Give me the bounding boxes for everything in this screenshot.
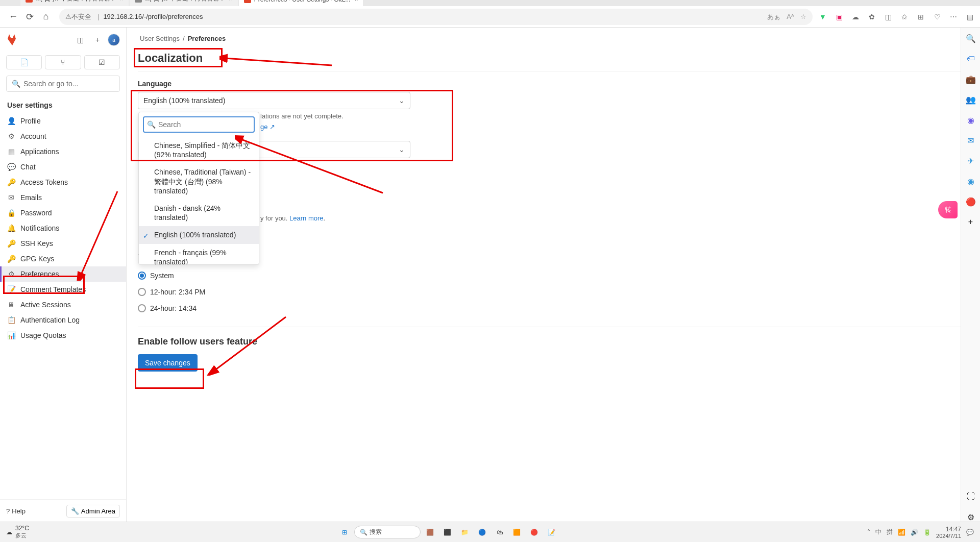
favorite-icon[interactable]: ☆ <box>800 13 806 20</box>
breadcrumb-separator: / <box>183 35 185 42</box>
add-icon[interactable]: + <box>90 33 105 47</box>
extension-icon[interactable]: ▣ <box>834 12 844 22</box>
heart-icon[interactable]: ♡ <box>932 12 942 22</box>
quota-icon: 📊 <box>7 331 15 339</box>
sidebar-item-account[interactable]: ⚙Account <box>0 129 126 144</box>
panel-icon[interactable]: ▤ <box>965 12 975 22</box>
sidebar-item-active-sessions[interactable]: 🖥Active Sessions <box>0 297 126 312</box>
address-bar[interactable]: ⚠ 不安全 | 192.168.2.16/-/profile/preferenc… <box>59 9 813 25</box>
learn-more-link[interactable]: Learn more <box>289 214 323 222</box>
cloud-icon[interactable]: ☁ <box>850 12 861 22</box>
sidebar-item-usage-quotas[interactable]: 📊Usage Quotas <box>0 328 126 343</box>
browser-tab[interactable]: w(ﾟДﾟ)w 不要走！再看看嘛！ × <box>130 0 238 6</box>
sidebar-item-ssh-keys[interactable]: 🔑SSH Keys <box>0 236 126 251</box>
email-icon: ✉ <box>7 193 15 202</box>
reader-icon[interactable]: あぁ <box>767 12 780 21</box>
key-icon: 🔑 <box>7 239 15 248</box>
home-button[interactable]: ⌂ <box>38 9 54 25</box>
divider <box>138 71 969 71</box>
language-dropdown-list[interactable]: Chinese, Simplified - 简体中文 (92% translat… <box>139 137 259 264</box>
sidebar-item-password[interactable]: 🔒Password <box>0 205 126 220</box>
send-icon[interactable]: ✈ <box>965 155 976 166</box>
time-format-heading: Time format <box>138 253 969 263</box>
language-option[interactable]: Chinese, Simplified - 简体中文 (92% translat… <box>139 137 259 163</box>
apps-icon: ▦ <box>7 147 15 156</box>
flag-icon[interactable]: 🔴 <box>965 196 976 207</box>
favorites-icon[interactable]: ✩ <box>899 12 910 22</box>
divider: | <box>97 13 99 20</box>
sidebar-item-auth-log[interactable]: 📋Authentication Log <box>0 312 126 328</box>
divider <box>138 327 969 327</box>
translate-badge[interactable]: 转 <box>938 201 958 218</box>
refresh-button[interactable]: ⟳ <box>21 9 38 25</box>
copilot-icon[interactable]: ◉ <box>965 114 976 126</box>
radio-12h[interactable]: 12-hour: 2:34 PM <box>138 284 969 300</box>
add-icon[interactable]: + <box>965 216 976 228</box>
swirl-icon[interactable]: ◉ <box>965 176 976 187</box>
gitlab-logo[interactable] <box>6 34 18 46</box>
close-icon[interactable]: × <box>120 0 124 3</box>
breadcrumb-parent[interactable]: User Settings <box>140 35 180 42</box>
language-option-selected[interactable]: ✓English (100% translated) <box>139 226 259 243</box>
language-option[interactable]: Danish - dansk (24% translated) <box>139 200 259 226</box>
menu-icon[interactable]: ⋯ <box>948 12 959 22</box>
briefcase-icon[interactable]: 💼 <box>965 73 976 85</box>
language-option[interactable]: Chinese, Traditional (Taiwan) - 繁體中文 (台灣… <box>139 163 259 200</box>
close-icon[interactable]: × <box>354 0 358 3</box>
sidebar-item-access-tokens[interactable]: 🔑Access Tokens <box>0 175 126 190</box>
shield-icon[interactable]: ▼ <box>818 12 828 22</box>
avatar[interactable]: a <box>108 34 120 46</box>
browser-tab[interactable]: w(ﾟДﾟ)w 不要走！再看看嘛！ × <box>20 0 129 6</box>
settings-icon[interactable]: ⚙ <box>965 511 976 523</box>
lock-icon: 🔒 <box>7 209 15 217</box>
radio-24h[interactable]: 24-hour: 14:34 <box>138 300 969 316</box>
sidebar-item-applications[interactable]: ▦Applications <box>0 144 126 159</box>
language-option[interactable]: French - français (99% translated) <box>139 244 259 265</box>
sidebar-collapse-icon[interactable]: ◫ <box>73 33 87 47</box>
tab-favicon <box>26 0 33 3</box>
text-size-icon[interactable]: Aᴬ <box>787 13 794 20</box>
sidebar-item-chat[interactable]: 💬Chat <box>0 159 126 175</box>
preferences-icon: ⚙ <box>7 270 15 278</box>
wrench-icon: 🔧 <box>71 507 79 515</box>
sidebar-toggle-icon[interactable]: ◫ <box>883 12 893 22</box>
close-icon[interactable]: × <box>229 0 233 3</box>
tag-icon[interactable]: 🏷 <box>965 53 976 64</box>
merge-request-button[interactable]: ⑂ <box>45 55 81 69</box>
save-changes-button[interactable]: Save changes <box>138 354 198 372</box>
sidebar-item-notifications[interactable]: 🔔Notifications <box>0 220 126 236</box>
people-icon[interactable]: 👥 <box>965 94 976 105</box>
help-link[interactable]: ?Help <box>6 505 26 518</box>
breadcrumb-current: Preferences <box>188 35 226 42</box>
sidebar-item-preferences[interactable]: ⚙Preferences <box>0 266 126 282</box>
language-select[interactable]: English (100% translated) ⌄ 🔍 Chinese, S… <box>138 92 410 109</box>
sidebar: ◫ + a 📄 ⑂ ☑ 🔍 Search or go to... User se… <box>0 28 127 523</box>
chevron-down-icon: ⌄ <box>399 145 405 154</box>
windows-taskbar: ☁ 32°C 多云 ⊞ 🔍 搜索 🟫 ⬛ 📁 🔵 🛍 🟧 🔴 📝 ˄ 中 拼 📶… <box>0 522 980 523</box>
radio-system[interactable]: System <box>138 267 969 284</box>
search-placeholder: Search or go to... <box>23 80 78 88</box>
sidebar-item-gpg-keys[interactable]: 🔑GPG Keys <box>0 251 126 266</box>
outlook-icon[interactable]: ✉ <box>965 135 976 146</box>
admin-area-button[interactable]: 🔧Admin Area <box>66 505 120 518</box>
sidebar-search[interactable]: 🔍 Search or go to... <box>6 76 120 92</box>
new-file-button[interactable]: 📄 <box>6 55 42 69</box>
browser-tab-active[interactable]: Preferences · User Settings · GitL... × <box>239 0 363 6</box>
session-icon: 🖥 <box>7 301 15 309</box>
sidebar-item-emails[interactable]: ✉Emails <box>0 190 126 205</box>
crop-icon[interactable]: ⛶ <box>965 491 976 502</box>
search-icon[interactable]: 🔍 <box>965 33 976 44</box>
profile-icon: 👤 <box>7 117 15 125</box>
external-link[interactable]: ge ↗ <box>260 123 275 131</box>
sidebar-item-comment-templates[interactable]: 📝Comment Templates <box>0 282 126 297</box>
radio-icon <box>138 304 146 312</box>
back-button[interactable]: ← <box>5 9 21 25</box>
puzzle-icon[interactable]: ✿ <box>867 12 877 22</box>
sidebar-item-profile[interactable]: 👤Profile <box>0 113 126 129</box>
language-search-input[interactable] <box>143 116 255 133</box>
collections-icon[interactable]: ⊞ <box>916 12 926 22</box>
key-icon: 🔑 <box>7 255 15 263</box>
browser-tabs-bar: w(ﾟДﾟ)w 不要走！再看看嘛！ × w(ﾟДﾟ)w 不要走！再看看嘛！ × … <box>0 0 980 6</box>
todo-button[interactable]: ☑ <box>84 55 120 69</box>
tab-favicon <box>244 0 251 3</box>
